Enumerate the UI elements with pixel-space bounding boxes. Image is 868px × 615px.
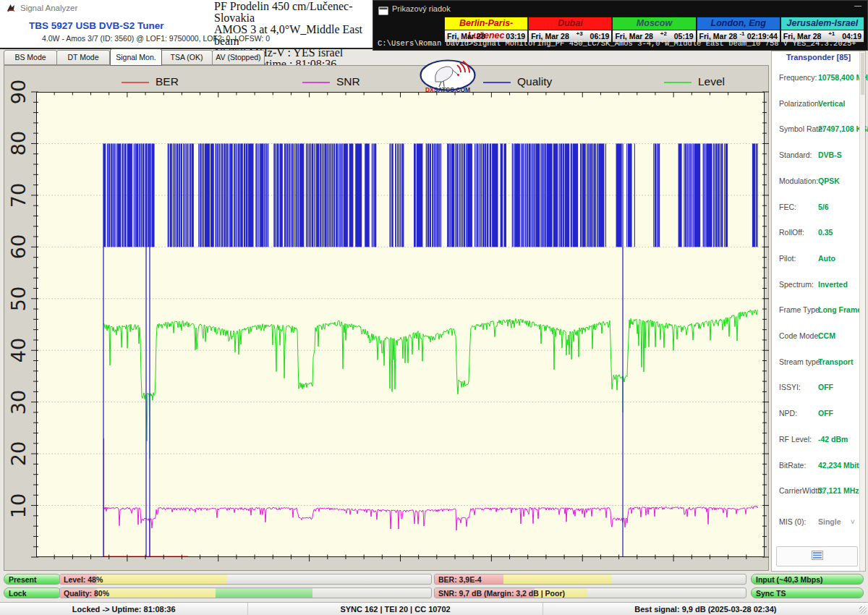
sb-value-spectrum: Inverted [818,280,848,289]
tuner-title: TBS 5927 USB DVB-S2 Tuner [29,20,164,31]
legend-swatch-level [664,82,692,83]
legend-label-ber: BER [156,75,179,88]
legend-label-snr: SNR [336,75,360,88]
sb-value-bitrate: 42,234 Mbit/s [818,461,865,470]
legend-label-level: Level [698,75,725,88]
sb-label-code-mode: Code Mode: [779,331,820,340]
sb-value-pilot: Auto [818,254,835,263]
sb-label-frame-type: Frame Type: [779,305,822,314]
svg-text:DXSATCS.COM: DXSATCS.COM [425,86,470,93]
tab-tsa-ok[interactable]: TSA (OK) [161,50,213,65]
sb-value-polarization: Vertical [818,99,845,108]
console-icon [378,5,388,18]
transponder-sidebar: Transponder [85] Frequency: 10758,400 MH… [771,51,866,572]
app-icon [6,3,16,16]
list-icon [812,550,823,563]
command-prompt-window[interactable]: Prikazový riadok — Berlin-Paris-Lučenec … [373,0,868,51]
bar-snr: SNR: 9,7 dB (Margin: 3,2 dB | Poor) [434,588,746,598]
sb-value-issyi: OFF [818,383,833,391]
sb-value-standard: DVB-S [818,150,842,159]
y-tick-20: 20 [2,438,34,470]
legend-swatch-snr [302,82,330,83]
sb-value-npd: OFF [818,409,833,417]
console-prompt-line[interactable]: C:\Users\Roman Dávid>Signal Monitoring_P… [378,39,856,48]
sb-value-modulation: QPSK [818,177,840,185]
dxsatcs-logo: DXSATCS.COM [420,59,476,94]
sb-value-rf-level: -42 dBm [818,435,848,444]
bar-level: Level: 48% [59,574,432,585]
sb-label-bitrate: BitRate: [779,461,806,470]
window-title: Signal Analyzer [20,4,77,12]
sb-value-carrierwidth: 37,121 MHz [818,486,859,495]
sb-value-code-mode: CCM [818,331,835,340]
sb-label-spectrum: Spectrum: [779,280,814,289]
tab-bs-mode[interactable]: BS Mode [4,50,57,65]
y-tick-60: 60 [2,231,34,263]
info-line: PF Prodelin 450 cm/Lučenec-Slovakia [214,1,377,24]
console-title: Prikazový riadok [392,4,451,13]
status-sync-counters: SYNC 162 | TEI 20 | CC 10702 [248,603,542,615]
bar-label: Quality: 80% [64,588,109,598]
sb-label-rf-level: RF Level: [779,435,812,444]
y-tick-50: 50 [2,283,34,315]
y-tick-80: 80 [2,127,34,159]
sidebar-scrollbar[interactable] [859,51,865,571]
bar-ber: BER: 3,9E-4 [434,574,746,585]
sb-value-stream-type: Transport [818,357,853,366]
mis-select[interactable]: Single [818,517,841,526]
info-line: AMOS 3 at 4,0°W_Middle East beam [214,24,377,47]
y-tick-40: 40 [2,334,34,366]
pill-present: Present [4,574,61,585]
y-tick-90: 90 [2,76,34,108]
header-separator [0,48,373,49]
sb-label-stream-type: Stream type: [779,357,822,366]
sb-label-npd: NPD: [779,409,797,417]
tab-signal-mon[interactable]: Signal Mon. [110,48,162,66]
tab-av-stopped[interactable]: AV (Stopped) [212,50,265,65]
sb-label-pilot: Pilot: [779,254,796,263]
legend-swatch-quality [483,82,511,83]
sb-label-mis: MIS (0): [779,517,806,526]
sidebar-title: Transponder [85] [772,53,865,62]
tab-dt-mode[interactable]: DT Mode [56,50,110,65]
chevron-down-icon[interactable]: ˅ [851,517,855,526]
sb-value-rolloff: 0.35 [818,228,833,237]
sb-label-polarization: Polarization: [779,99,821,108]
minimize-icon[interactable]: — [854,1,861,9]
y-tick-30: 30 [2,386,34,418]
resize-grip[interactable] [859,606,867,614]
sb-label-rolloff: RollOff: [779,228,804,237]
status-lock-uptime: Locked -> Uptime: 81:08:36 [0,603,248,615]
pill-input-40-3-mbps: Input (~40,3 Mbps) [751,574,864,585]
status-best-signal: Best signal: 9,9 dB (2025-03-28 02:34) [543,603,868,615]
sb-label-fec: FEC: [779,203,796,211]
sb-label-carrierwidth: CarrierWidth: [779,486,824,495]
y-tick-10: 10 [2,490,34,522]
scrollbar-thumb[interactable] [861,53,864,95]
stream-list-button[interactable] [776,546,858,567]
sb-label-modulation: Modulation: [779,177,818,185]
bar-quality: Quality: 80% [59,588,432,598]
bar-label: Level: 48% [64,574,103,585]
pill-lock: Lock [4,588,61,598]
sb-label-standard: Standard: [779,150,812,159]
legend-label-quality: Quality [517,75,552,88]
sb-value-frame-type: Long Frame [818,305,861,314]
signal-plot[interactable] [36,92,765,557]
bar-label: SNR: 9,7 dB (Margin: 3,2 dB | Poor) [438,588,565,598]
bar-label: BER: 3,9E-4 [438,574,482,585]
sb-value-fec: 5/6 [818,203,829,211]
status-bar: Locked -> Uptime: 81:08:36 SYNC 162 | TE… [0,602,868,615]
legend-swatch-ber [122,82,149,83]
sb-label-frequency: Frequency: [779,73,817,82]
sb-label-issyi: ISSYI: [779,383,801,391]
y-tick-70: 70 [2,179,34,211]
pill-sync-ts: Sync TS [751,588,864,598]
